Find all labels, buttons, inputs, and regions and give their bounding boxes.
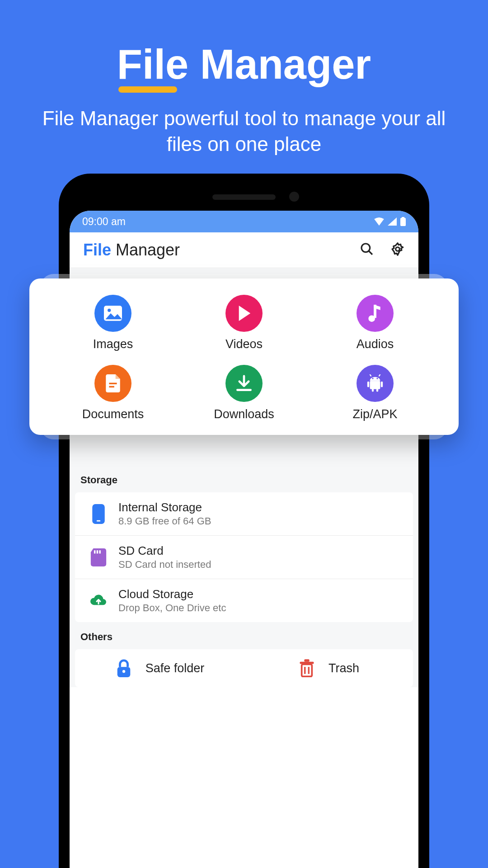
category-label: Videos bbox=[225, 337, 263, 351]
storage-title: Cloud Storage bbox=[118, 587, 226, 601]
storage-sdcard[interactable]: SD Card SD Card not inserted bbox=[75, 536, 413, 579]
storage-list: Internal Storage 8.9 GB free of 64 GB SD… bbox=[75, 492, 413, 622]
image-icon bbox=[94, 295, 131, 332]
signal-icon bbox=[388, 217, 397, 226]
gear-icon bbox=[390, 242, 405, 256]
category-zip-apk[interactable]: Zip/APK bbox=[310, 365, 441, 421]
other-label: Trash bbox=[328, 661, 359, 675]
svg-rect-14 bbox=[304, 659, 309, 662]
category-audios[interactable]: Audios bbox=[310, 295, 441, 351]
app-title-rest: Manager bbox=[111, 241, 180, 259]
hero-subtitle: File Manager powerful tool to manage you… bbox=[0, 105, 488, 157]
safe-folder-button[interactable]: Safe folder bbox=[75, 659, 244, 677]
others-grid: Safe folder Trash bbox=[75, 649, 413, 687]
category-documents[interactable]: Documents bbox=[47, 365, 178, 421]
category-images[interactable]: Images bbox=[47, 295, 178, 351]
svg-rect-30 bbox=[376, 388, 378, 392]
svg-rect-22 bbox=[109, 386, 114, 387]
statusbar: 09:00 am bbox=[70, 211, 418, 232]
settings-button[interactable] bbox=[390, 242, 405, 258]
app-title-blue: File bbox=[83, 241, 111, 259]
battery-icon bbox=[400, 217, 406, 226]
storage-title: Internal Storage bbox=[118, 500, 211, 514]
category-videos[interactable]: Videos bbox=[178, 295, 310, 351]
category-label: Images bbox=[93, 337, 133, 351]
svg-rect-29 bbox=[372, 388, 374, 392]
category-label: Downloads bbox=[214, 407, 274, 421]
svg-rect-12 bbox=[302, 665, 312, 677]
category-label: Documents bbox=[82, 407, 144, 421]
search-icon bbox=[360, 242, 374, 256]
svg-rect-7 bbox=[94, 550, 95, 553]
storage-label: Storage bbox=[70, 465, 418, 492]
svg-point-18 bbox=[108, 309, 111, 312]
svg-rect-9 bbox=[99, 550, 100, 553]
music-icon bbox=[357, 295, 394, 332]
categories-card-wrap: Images Videos Audios Documents Downloads bbox=[29, 278, 459, 435]
appbar: File Manager bbox=[70, 232, 418, 268]
svg-rect-0 bbox=[400, 218, 406, 226]
svg-point-26 bbox=[376, 378, 378, 379]
hero-underline-accent bbox=[118, 86, 177, 93]
app-title: File Manager bbox=[83, 241, 180, 259]
svg-rect-6 bbox=[97, 520, 100, 521]
download-icon bbox=[225, 365, 263, 402]
storage-title: SD Card bbox=[118, 544, 211, 558]
svg-point-2 bbox=[361, 244, 370, 252]
svg-rect-28 bbox=[381, 382, 383, 387]
svg-point-4 bbox=[396, 247, 400, 251]
svg-rect-21 bbox=[109, 383, 117, 384]
others-label: Others bbox=[70, 622, 418, 649]
hero-title-text: File Manager bbox=[117, 41, 371, 87]
cloud-upload-icon bbox=[89, 591, 108, 611]
document-icon bbox=[94, 365, 131, 402]
phone-camera bbox=[289, 192, 299, 202]
svg-line-3 bbox=[369, 251, 372, 255]
statusbar-time: 09:00 am bbox=[82, 216, 126, 228]
svg-point-11 bbox=[122, 670, 125, 673]
trash-button[interactable]: Trash bbox=[244, 659, 413, 677]
svg-line-32 bbox=[379, 374, 380, 376]
svg-rect-1 bbox=[402, 217, 404, 218]
hero-title: File Manager bbox=[117, 41, 371, 88]
category-downloads[interactable]: Downloads bbox=[178, 365, 310, 421]
search-button[interactable] bbox=[360, 242, 374, 258]
sd-card-icon bbox=[89, 547, 108, 567]
wifi-icon bbox=[374, 217, 384, 226]
hero: File Manager File Manager powerful tool … bbox=[0, 0, 488, 157]
trash-icon bbox=[298, 659, 316, 677]
storage-sub: SD Card not inserted bbox=[118, 559, 211, 571]
play-icon bbox=[225, 295, 263, 332]
status-icons bbox=[374, 217, 406, 226]
phone-icon bbox=[89, 504, 108, 524]
android-icon bbox=[357, 365, 394, 402]
phone-speaker bbox=[212, 194, 276, 200]
category-label: Zip/APK bbox=[352, 407, 397, 421]
svg-rect-27 bbox=[367, 382, 369, 387]
categories-card: Images Videos Audios Documents Downloads bbox=[29, 278, 459, 435]
svg-line-31 bbox=[370, 374, 371, 376]
svg-rect-13 bbox=[300, 662, 314, 664]
svg-point-25 bbox=[372, 378, 373, 379]
other-label: Safe folder bbox=[145, 661, 205, 675]
lock-icon bbox=[115, 659, 133, 677]
category-label: Audios bbox=[357, 337, 394, 351]
storage-internal[interactable]: Internal Storage 8.9 GB free of 64 GB bbox=[75, 492, 413, 536]
storage-cloud[interactable]: Cloud Storage Drop Box, One Drive etc bbox=[75, 579, 413, 622]
storage-sub: Drop Box, One Drive etc bbox=[118, 602, 226, 614]
storage-sub: 8.9 GB free of 64 GB bbox=[118, 515, 211, 527]
svg-rect-24 bbox=[370, 381, 380, 389]
svg-rect-8 bbox=[97, 550, 98, 553]
